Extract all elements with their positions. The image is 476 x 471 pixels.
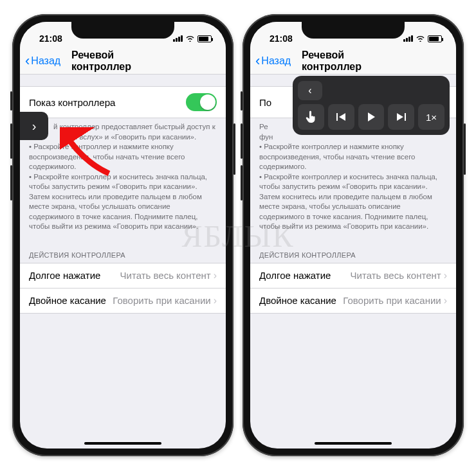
play-icon (367, 112, 376, 122)
skip-back-icon (336, 112, 346, 121)
finger-icon (305, 111, 316, 123)
chevron-left-icon: ‹ (255, 54, 260, 68)
double-tap-value: Говорить при касании (113, 295, 210, 306)
double-tap-label: Двойное касание (259, 295, 336, 306)
back-button[interactable]: ‹ Назад (20, 54, 60, 68)
chevron-left-icon: ‹ (25, 54, 30, 68)
finger-button[interactable] (298, 104, 324, 130)
long-press-label: Долгое нажатие (259, 270, 331, 281)
chevron-right-icon: › (32, 119, 37, 134)
long-press-row[interactable]: Долгое нажатие Читать весь контент › (250, 263, 456, 289)
speed-label: 1× (426, 112, 437, 123)
battery-icon (197, 35, 212, 42)
prev-button[interactable] (328, 104, 354, 130)
navbar: ‹ Назад Речевой контроллер (20, 48, 226, 75)
page-title: Речевой контроллер (302, 49, 405, 73)
section-actions-header: ДЕЙСТВИЯ КОНТРОЛЛЕРА (20, 241, 226, 263)
back-label: Назад (31, 55, 60, 67)
show-controller-row: Показ контроллера (20, 86, 226, 118)
phone-left: 21:08 ‹ Назад Речевой контроллер Показ к… (12, 14, 233, 456)
double-tap-value: Говорить при касании (343, 295, 441, 306)
help-text: Речевой контроллер предоставляет быстрый… (20, 118, 226, 241)
signal-icon (403, 35, 413, 42)
chevron-right-icon: › (444, 270, 447, 281)
play-button[interactable] (358, 104, 385, 130)
status-time: 21:08 (39, 33, 62, 44)
skip-forward-icon (396, 112, 407, 121)
show-controller-toggle[interactable] (186, 93, 217, 111)
chevron-right-icon: › (214, 295, 217, 307)
double-tap-row[interactable]: Двойное касание Говорить при касании › (20, 289, 226, 314)
help-text: Речевой контроллер предоставляет быстрый… (250, 118, 456, 241)
wifi-icon (185, 34, 195, 44)
next-button[interactable] (388, 104, 414, 130)
home-indicator[interactable] (315, 442, 392, 445)
long-press-value: Читать весь контент (120, 270, 211, 281)
chevron-right-icon: › (444, 295, 447, 307)
speed-button[interactable]: 1× (418, 104, 444, 130)
show-controller-label: По (259, 97, 271, 108)
double-tap-label: Двойное касание (29, 295, 106, 306)
back-label: Назад (261, 55, 291, 67)
section-actions-header: ДЕЙСТВИЯ КОНТРОЛЛЕРА (250, 241, 456, 263)
long-press-label: Долгое нажатие (29, 270, 100, 281)
long-press-value: Читать весь контент (351, 270, 441, 281)
chevron-left-icon: ‹ (308, 85, 311, 96)
collapse-button[interactable]: ‹ (298, 81, 322, 100)
battery-icon (428, 35, 442, 42)
speech-controller-expanded[interactable]: ‹ 1× (293, 76, 450, 135)
long-press-row[interactable]: Долгое нажатие Читать весь контент › (20, 263, 226, 289)
signal-icon (173, 35, 183, 42)
show-controller-label: Показ контроллера (29, 97, 115, 108)
wifi-icon (416, 34, 425, 44)
status-time: 21:08 (270, 33, 293, 44)
page-title: Речевой контроллер (71, 49, 174, 73)
phone-right: 21:08 ‹ Назад Речевой контроллер По (243, 14, 464, 456)
home-indicator[interactable] (84, 442, 161, 445)
back-button[interactable]: ‹ Назад (250, 54, 291, 68)
double-tap-row[interactable]: Двойное касание Говорить при касании › (250, 289, 456, 314)
speech-controller-collapsed[interactable]: › (20, 112, 48, 140)
navbar: ‹ Назад Речевой контроллер (250, 48, 456, 75)
chevron-right-icon: › (214, 270, 217, 281)
